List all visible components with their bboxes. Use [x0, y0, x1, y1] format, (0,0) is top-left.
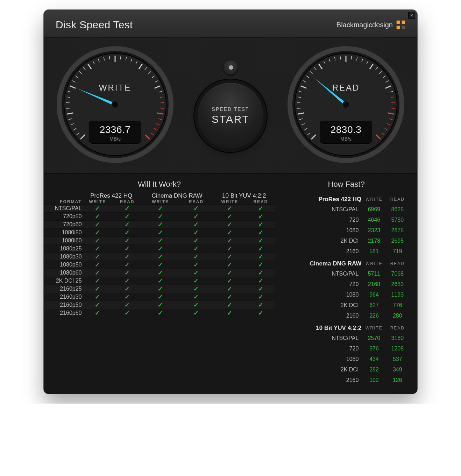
fast-write-value: 102 [361, 375, 386, 385]
check-icon: ✓ [113, 309, 141, 317]
header: Disk Speed Test Blackmagicdesign [44, 10, 417, 37]
read-value: 2830.3 [322, 124, 369, 135]
check-icon: ✓ [141, 293, 179, 301]
table-row: 1080 2323 2875 [284, 225, 408, 236]
check-icon: ✓ [82, 205, 114, 213]
check-icon: ✓ [246, 229, 275, 237]
format-label: 2160p25 [44, 285, 82, 293]
brand-label: Blackmagicdesign [336, 21, 393, 29]
check-icon: ✓ [141, 269, 179, 277]
svg-line-81 [391, 108, 395, 108]
check-icon: ✓ [246, 237, 275, 245]
sub-write: WRITE [213, 199, 247, 205]
codec-header: Cinema DNG RAW [141, 192, 213, 199]
table-row: 2160p50✓✓✓✓✓✓ [44, 301, 275, 309]
fast-write-value: 2178 [361, 236, 386, 246]
codec-header: ProRes 422 HQ [82, 192, 141, 199]
check-icon: ✓ [141, 285, 179, 293]
fast-write-value: 282 [361, 364, 386, 375]
read-unit: MB/s [322, 136, 369, 142]
format-label: NTSC/PAL [44, 205, 82, 213]
check-icon: ✓ [246, 309, 275, 317]
fast-read-header: READ [387, 321, 408, 333]
check-icon: ✓ [141, 213, 179, 221]
check-icon: ✓ [213, 309, 247, 317]
check-icon: ✓ [179, 253, 213, 261]
check-icon: ✓ [113, 237, 141, 245]
check-icon: ✓ [179, 213, 213, 221]
fast-read-header: READ [387, 192, 408, 204]
fast-row-label: 720 [284, 343, 361, 354]
check-icon: ✓ [179, 205, 213, 213]
check-icon: ✓ [246, 221, 275, 229]
check-icon: ✓ [141, 277, 179, 285]
how-fast-table: ProRes 422 HQ WRITE READ NTSC/PAL 6969 8… [284, 192, 408, 385]
check-icon: ✓ [213, 245, 247, 253]
format-header: FORMAT [44, 199, 82, 205]
check-icon: ✓ [213, 221, 247, 229]
fast-read-value: 1193 [387, 290, 408, 300]
table-row: 2160 226 280 [284, 311, 408, 321]
fast-read-value: 126 [387, 375, 408, 385]
check-icon: ✓ [179, 301, 213, 309]
check-icon: ✓ [179, 293, 213, 301]
fast-write-value: 581 [361, 246, 386, 257]
write-unit: MB/s [92, 136, 139, 142]
check-icon: ✓ [213, 285, 247, 293]
fast-row-label: 1080 [284, 354, 361, 364]
start-button[interactable]: SPEED TEST START [198, 83, 263, 149]
format-label: 2K DCI 25 [44, 277, 82, 285]
fast-read-value: 280 [387, 311, 408, 321]
fast-row-label: NTSC/PAL [284, 333, 361, 343]
fast-read-value: 5750 [387, 215, 408, 225]
format-label: 1080i60 [44, 237, 82, 245]
table-row: 2160 102 126 [284, 375, 408, 385]
check-icon: ✓ [113, 301, 141, 309]
check-icon: ✓ [179, 221, 213, 229]
check-icon: ✓ [82, 229, 114, 237]
fast-write-value: 2570 [361, 333, 386, 343]
check-icon: ✓ [213, 261, 247, 269]
write-gauge-label: WRITE [56, 83, 175, 93]
how-fast-panel: How Fast? ProRes 422 HQ WRITE READ NTSC/… [275, 173, 417, 394]
fast-write-value: 2323 [361, 225, 386, 236]
will-title: Will It Work? [44, 173, 275, 192]
check-icon: ✓ [179, 277, 213, 285]
table-row: 2K DCI 2178 2695 [284, 236, 408, 246]
sub-write: WRITE [141, 199, 179, 205]
gauges-panel: WRITE 2336.7 MB/s SPEED TEST START READ … [44, 37, 417, 173]
fast-write-value: 434 [361, 354, 386, 364]
check-icon: ✓ [141, 205, 179, 213]
check-icon: ✓ [213, 237, 247, 245]
check-icon: ✓ [213, 213, 247, 221]
format-label: 2160p60 [44, 309, 82, 317]
table-row: NTSC/PAL 6969 8625 [284, 204, 408, 215]
panels: Will It Work? ProRes 422 HQCinema DNG RA… [44, 173, 417, 394]
fast-write-value: 964 [361, 290, 386, 300]
format-label: 1080i50 [44, 229, 82, 237]
check-icon: ✓ [82, 253, 114, 261]
fast-row-label: 2160 [284, 375, 361, 385]
format-label: 720p60 [44, 221, 82, 229]
check-icon: ✓ [141, 221, 179, 229]
check-icon: ✓ [213, 293, 247, 301]
check-icon: ✓ [141, 253, 179, 261]
table-row: 1080p30✓✓✓✓✓✓ [44, 253, 275, 261]
check-icon: ✓ [179, 269, 213, 277]
settings-button[interactable] [224, 61, 237, 74]
fast-read-value: 537 [387, 354, 408, 364]
check-icon: ✓ [82, 237, 114, 245]
format-label: 2160p30 [44, 293, 82, 301]
fast-row-label: NTSC/PAL [284, 204, 361, 215]
check-icon: ✓ [246, 301, 275, 309]
format-label: 720p50 [44, 213, 82, 221]
check-icon: ✓ [141, 245, 179, 253]
check-icon: ✓ [213, 269, 247, 277]
close-icon[interactable]: ✕ [408, 12, 415, 19]
fast-row-label: 2160 [284, 311, 361, 321]
check-icon: ✓ [213, 205, 247, 213]
center-controls: SPEED TEST START [198, 61, 263, 149]
fast-row-label: 1080 [284, 290, 361, 300]
fast-read-value: 349 [387, 364, 408, 375]
fast-write-value: 2168 [361, 279, 386, 290]
